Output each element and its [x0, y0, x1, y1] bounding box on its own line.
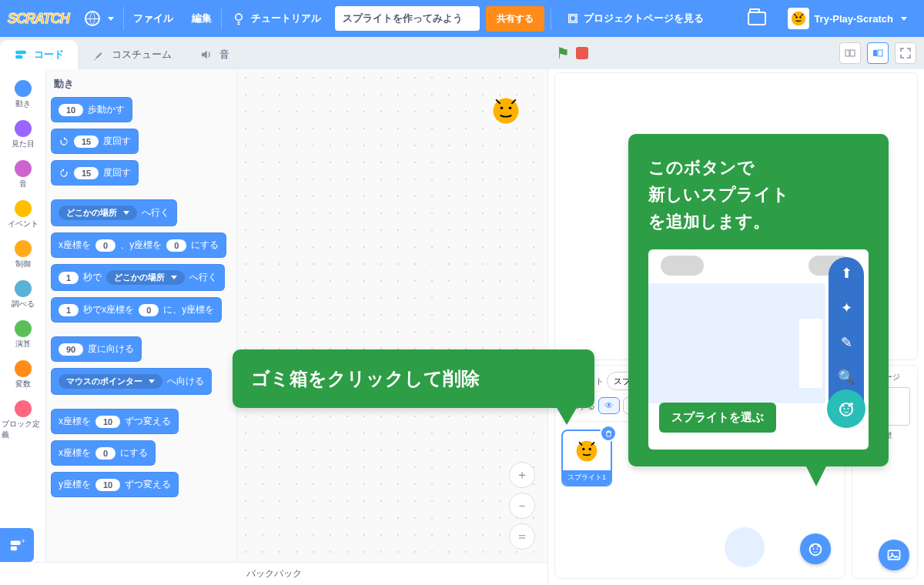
brush-icon [92, 48, 105, 62]
category-control[interactable]: 制御 [2, 236, 45, 274]
block-turn-cw[interactable]: 15 度回す [51, 129, 139, 154]
show-button[interactable]: 👁 [598, 397, 620, 414]
block-dropdown[interactable]: どこかの場所 [106, 270, 185, 285]
block-input[interactable]: 0 [139, 304, 159, 316]
language-menu[interactable] [75, 0, 123, 37]
svg-point-18 [589, 448, 591, 450]
tab-code-label: コード [34, 48, 64, 62]
menu-bar: SCRATCH ファイル 編集 チュートリアル 共有する プロジェクトページを見… [0, 0, 924, 37]
svg-point-0 [236, 14, 242, 20]
green-flag-button[interactable]: ⚑ [556, 44, 570, 62]
block-input[interactable]: 10 [95, 416, 120, 428]
block-text: 度に向ける [88, 343, 134, 356]
block-set-x[interactable]: x座標を 0 にする [51, 440, 156, 466]
sprite-tile[interactable]: スプライト1 [561, 430, 612, 486]
block-input[interactable]: 0 [95, 239, 116, 252]
add-sprite-button[interactable] [800, 533, 831, 564]
category-operators[interactable]: 演算 [2, 316, 45, 354]
block-input[interactable]: 90 [59, 343, 83, 356]
stage-small-button[interactable] [839, 42, 861, 64]
block-move-steps[interactable]: 10 歩動かす [51, 97, 132, 122]
block-text: 、y座標を [120, 239, 162, 252]
svg-point-7 [500, 107, 504, 110]
script-canvas[interactable]: ＋ － ＝ [237, 69, 547, 562]
add-backdrop-button[interactable] [879, 540, 909, 570]
block-input[interactable]: 1 [59, 304, 79, 316]
block-input[interactable]: 0 [95, 447, 116, 460]
block-input[interactable]: 15 [74, 167, 99, 179]
block-dropdown[interactable]: マウスのポインター [59, 374, 162, 389]
zoom-reset-button[interactable]: ＝ [509, 523, 535, 550]
tab-code[interactable]: コード [0, 40, 78, 69]
category-looks[interactable]: 見た目 [2, 115, 45, 154]
block-input[interactable]: 1 [59, 272, 79, 284]
delete-sprite-button[interactable] [600, 425, 617, 442]
svg-point-1 [792, 12, 805, 25]
block-glide-xy[interactable]: 1 秒でx座標を 0 に、y座標を [51, 297, 222, 323]
add-sprite-menu-illustration: ⬆ ✦ ✎ 🔍 + [829, 257, 864, 426]
palette-title: 動き [54, 77, 232, 91]
stage-large-button[interactable] [867, 42, 889, 64]
rotate-ccw-icon [59, 168, 69, 179]
stage-header: ⚑ [548, 37, 924, 69]
fab-glow [725, 527, 765, 567]
svg-point-20 [813, 548, 815, 550]
category-events[interactable]: イベント [2, 196, 45, 234]
share-button[interactable]: 共有する [486, 6, 544, 32]
tutorial-text: このボタンで 新しいスプライト を追加します。 [648, 154, 869, 236]
block-goto-menu[interactable]: どこかの場所 へ行く [51, 199, 177, 226]
block-glide-menu[interactable]: 1 秒で どこかの場所 へ行く [51, 264, 225, 291]
tutorials-button[interactable]: チュートリアル [222, 0, 330, 37]
tab-costumes[interactable]: コスチューム [78, 40, 186, 69]
see-project-page-button[interactable]: プロジェクトページを見る [557, 0, 713, 37]
tab-sounds[interactable]: 音 [186, 40, 243, 69]
block-input[interactable]: 10 [95, 479, 120, 491]
svg-point-17 [582, 448, 584, 450]
block-input[interactable]: 10 [59, 104, 83, 116]
project-title-input[interactable] [335, 6, 480, 31]
backpack-bar[interactable]: バックパック [0, 562, 547, 585]
account-menu[interactable]: Try-Play-Scratch [778, 0, 916, 37]
svg-point-8 [509, 107, 512, 110]
category-sound[interactable]: 音 [2, 155, 45, 194]
scratch-logo[interactable]: SCRATCH [8, 7, 68, 30]
edit-menu[interactable]: 編集 [182, 0, 221, 37]
zoom-out-button[interactable]: － [509, 493, 535, 519]
category-motion[interactable]: 動き [2, 75, 45, 114]
backpack-label: バックパック [246, 567, 302, 580]
file-menu[interactable]: ファイル [124, 0, 182, 37]
fullscreen-button[interactable] [895, 42, 916, 64]
edit-menu-label: 編集 [192, 12, 212, 25]
caret-down-icon [108, 17, 114, 21]
add-extension-button[interactable]: + [0, 528, 34, 562]
block-turn-ccw[interactable]: 15 度回す [51, 160, 139, 186]
block-input[interactable]: 0 [166, 239, 186, 252]
category-dot [15, 200, 32, 217]
category-sensing[interactable]: 調べる [2, 276, 45, 314]
block-change-x[interactable]: x座標を 10 ずつ変える [51, 409, 179, 434]
category-myblocks[interactable]: ブロック定義 [2, 396, 45, 445]
block-point-dir[interactable]: 90 度に向ける [51, 336, 142, 362]
block-text: へ行く [189, 271, 217, 284]
block-change-y[interactable]: y座標を 10 ずつ変える [51, 472, 179, 497]
block-dropdown[interactable]: どこかの場所 [59, 206, 137, 220]
category-label: 調べる [12, 299, 35, 309]
block-text: 歩動かす [88, 103, 125, 116]
block-input[interactable]: 15 [74, 135, 99, 148]
block-palette[interactable]: 動き 10 歩動かす 15 度回す 15 度回す どこかの場所 へ [46, 69, 237, 562]
external-icon [567, 12, 579, 25]
zoom-in-button[interactable]: ＋ [509, 462, 535, 488]
category-column: 動き見た目音イベント制御調べる演算変数ブロック定義 [0, 69, 46, 562]
extension-icon: + [8, 537, 25, 553]
block-text: にする [120, 446, 148, 460]
project-title-field[interactable] [335, 6, 480, 31]
category-dot [15, 320, 32, 337]
category-label: 変数 [15, 379, 31, 389]
upload-icon: ⬆ [841, 263, 852, 284]
category-variables[interactable]: 変数 [2, 356, 45, 394]
my-stuff-button[interactable] [738, 0, 775, 37]
block-goto-xy[interactable]: x座標を 0 、y座標を 0 にする [51, 232, 226, 258]
block-text: x座標を [59, 239, 91, 252]
stop-button[interactable] [576, 47, 588, 59]
block-point-towards[interactable]: マウスのポインター へ向ける [51, 368, 212, 395]
